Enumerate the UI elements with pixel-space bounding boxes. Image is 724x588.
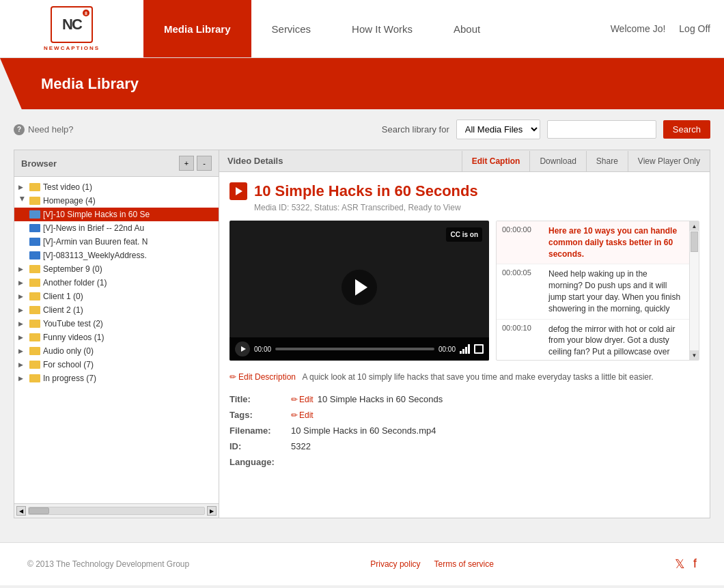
logo-area: NC 8 NEWCAPTIONS: [0, 0, 143, 57]
list-item[interactable]: ▶ Client 2 (1): [14, 303, 219, 317]
main-nav: Media Library Services How It Works Abou…: [143, 0, 724, 57]
progress-bar[interactable]: [275, 348, 434, 350]
list-item[interactable]: ▶ Audio only (0): [14, 344, 219, 358]
list-item[interactable]: ▶ Funny videos (1): [14, 331, 219, 344]
arrow-icon: ▶: [18, 361, 27, 368]
meta-edit-tags[interactable]: ✏Edit: [291, 410, 314, 420]
nav-about[interactable]: About: [433, 0, 501, 57]
list-item[interactable]: ▶ YouTube test (2): [14, 317, 219, 331]
tree-scrollbar[interactable]: ◀ ▶: [14, 503, 219, 518]
scroll-thumb[interactable]: [29, 507, 49, 514]
video-main-title: 10 Simple Hacks in 60 Seconds: [254, 182, 478, 200]
caption-time: 00:00:00: [502, 225, 543, 260]
video-player-row: CC is on 00:00 00:00: [229, 221, 699, 361]
caption-row: 00:00:00 Here are 10 ways you can handle…: [497, 221, 689, 264]
folder-icon: [29, 197, 40, 205]
privacy-policy-link[interactable]: Privacy policy: [370, 559, 420, 569]
list-item[interactable]: ▶ In progress (7): [14, 372, 219, 385]
pencil-icon: ✏: [291, 395, 298, 404]
meta-key-language: Language:: [229, 457, 291, 467]
add-folder-button[interactable]: +: [179, 156, 194, 171]
edit-caption-button[interactable]: Edit Caption: [462, 151, 530, 171]
arrow-icon: ▶: [18, 334, 27, 341]
play-button-center[interactable]: [342, 269, 377, 305]
view-player-only-button[interactable]: View Player Only: [628, 151, 710, 171]
list-item[interactable]: ▶ Another folder (1): [14, 276, 219, 290]
search-input[interactable]: [547, 120, 656, 139]
logoff-link[interactable]: Log Off: [679, 23, 710, 34]
list-item[interactable]: ▶ September 9 (0): [14, 262, 219, 276]
scroll-thumb-captions[interactable]: [691, 232, 698, 252]
list-item[interactable]: ▶ Test video (1): [14, 180, 219, 194]
caption-row: 00:00:10 defog the mirror with hot or co…: [497, 320, 689, 360]
captions-scrollbar[interactable]: ▲ ▼: [689, 221, 699, 360]
facebook-icon[interactable]: f: [693, 557, 697, 572]
tree-label: For school (7): [43, 360, 94, 369]
folder-icon: [29, 306, 40, 314]
tree-label: Homepage (4): [43, 196, 96, 206]
scroll-left-btn[interactable]: ◀: [16, 506, 26, 516]
volume-icon: [460, 344, 470, 354]
help-icon: ?: [14, 124, 25, 135]
list-item[interactable]: [V]-News in Brief -- 22nd Au: [14, 221, 219, 235]
logo-badge: 8: [83, 10, 89, 16]
caption-text: Need help waking up in the morning? Do p…: [548, 268, 684, 314]
list-item[interactable]: ▶ Homepage (4): [14, 194, 219, 208]
pencil-icon: ✏: [291, 410, 298, 420]
browser-sidebar: Browser + - ▶ Test video (1) ▶ Homepage …: [14, 150, 219, 518]
main-content: ? Need help? Search library for All Medi…: [0, 109, 724, 529]
search-button[interactable]: Search: [663, 120, 710, 139]
list-item[interactable]: ▶ For school (7): [14, 358, 219, 372]
arrow-icon: ▶: [18, 279, 27, 286]
download-button[interactable]: Download: [529, 151, 585, 171]
video-icon: [29, 238, 40, 246]
description-text: A quick look at 10 simply life hacks tha…: [302, 372, 653, 382]
cc-badge: CC is on: [446, 227, 482, 242]
tree-list: ▶ Test video (1) ▶ Homepage (4) [V]-10 S…: [14, 177, 219, 503]
meta-key-filename: Filename:: [229, 425, 291, 436]
ctrl-play-btn[interactable]: [235, 341, 250, 356]
player-controls: 00:00 00:00: [229, 337, 489, 361]
library-panel: Browser + - ▶ Test video (1) ▶ Homepage …: [14, 150, 710, 518]
time-current: 00:00: [254, 346, 271, 353]
scroll-up-btn[interactable]: ▲: [690, 221, 699, 231]
folder-icon: [29, 347, 40, 355]
video-title-row: 10 Simple Hacks in 60 Seconds: [229, 182, 699, 200]
video-content: 10 Simple Hacks in 60 Seconds Media ID: …: [219, 172, 710, 518]
footer: © 2013 The Technology Development Group …: [0, 542, 724, 585]
twitter-icon[interactable]: 𝕏: [675, 557, 685, 572]
scroll-right-btn[interactable]: ▶: [207, 506, 217, 516]
terms-of-service-link[interactable]: Terms of service: [434, 559, 494, 569]
tree-label: Another folder (1): [43, 278, 107, 288]
tree-label: [V]-News in Brief -- 22nd Au: [43, 223, 144, 233]
share-button[interactable]: Share: [586, 151, 628, 171]
nav-services[interactable]: Services: [251, 0, 332, 57]
meta-value-title: 10 Simple Hacks in 60 Seconds: [318, 394, 443, 404]
header: NC 8 NEWCAPTIONS Media Library Services …: [0, 0, 724, 58]
scroll-down-btn[interactable]: ▼: [690, 350, 699, 360]
list-item[interactable]: [V]-Armin van Buuren feat. N: [14, 235, 219, 249]
list-item[interactable]: ▶ Client 1 (0): [14, 290, 219, 303]
footer-links: Privacy policy Terms of service: [370, 559, 494, 569]
tree-label: Client 2 (1): [43, 305, 83, 315]
edit-description-link[interactable]: ✏Edit Description: [229, 372, 298, 382]
fullscreen-icon[interactable]: [474, 344, 484, 354]
tree-label: [V]-Armin van Buuren feat. N: [43, 237, 148, 247]
tree-label: Client 1 (0): [43, 292, 83, 301]
meta-key-id: ID:: [229, 441, 291, 451]
meta-row-filename: Filename: 10 Simple Hacks in 60 Seconds.…: [229, 425, 699, 436]
nav-how-it-works[interactable]: How It Works: [331, 0, 433, 57]
browser-title: Browser: [21, 158, 57, 169]
list-item[interactable]: [V]-10 Simple Hacks in 60 Se: [14, 208, 219, 221]
need-help[interactable]: ? Need help?: [14, 124, 74, 135]
meta-edit-title[interactable]: ✏Edit: [291, 395, 314, 404]
video-player: CC is on 00:00 00:00: [229, 221, 489, 361]
folder-icon: [29, 333, 40, 341]
nav-media-library[interactable]: Media Library: [143, 0, 251, 57]
remove-folder-button[interactable]: -: [197, 156, 212, 171]
search-select[interactable]: All Media Files: [456, 120, 540, 139]
meta-row-id: ID: 5322: [229, 441, 699, 451]
red-play-icon: [229, 182, 247, 200]
tree-label: [V]-10 Simple Hacks in 60 Se: [43, 210, 150, 219]
list-item[interactable]: [V]-083113_WeeklyAddress.: [14, 249, 219, 262]
